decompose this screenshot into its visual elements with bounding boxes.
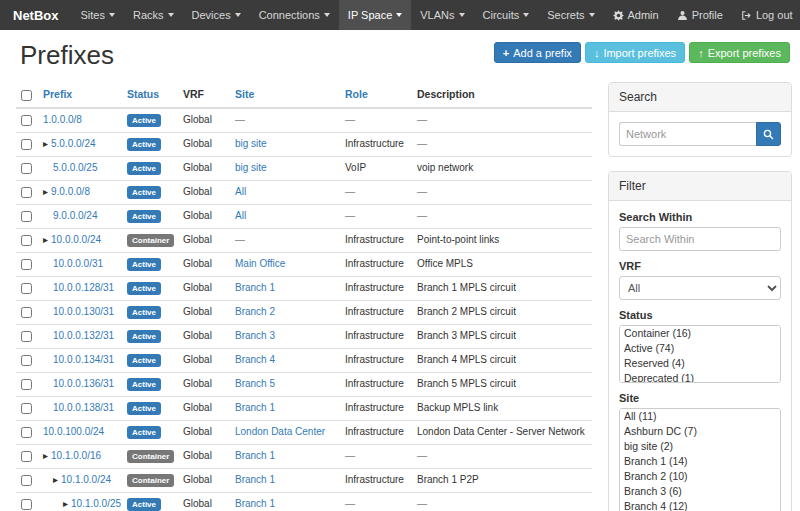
site-cell: Branch 4: [230, 348, 340, 372]
import-prefixes-label: Import prefixes: [603, 47, 676, 59]
row-checkbox[interactable]: [21, 475, 32, 486]
site-filter-option[interactable]: Branch 4 (12): [620, 499, 780, 511]
site-filter-option[interactable]: Branch 2 (10): [620, 469, 780, 484]
row-checkbox[interactable]: [21, 331, 32, 342]
prefix-link[interactable]: 10.1.0.0/25: [71, 498, 121, 509]
status-filter-option[interactable]: Deprecated (1): [620, 371, 780, 383]
sort-prefix-link[interactable]: Prefix: [43, 88, 72, 100]
prefix-link[interactable]: 10.0.0.0/24: [51, 234, 101, 245]
prefix-link[interactable]: 9.0.0.0/8: [51, 186, 90, 197]
nav-menu-item[interactable]: Connections: [250, 0, 339, 30]
row-checkbox[interactable]: [21, 187, 32, 198]
profile-link[interactable]: Profile: [668, 0, 732, 30]
prefix-link[interactable]: 1.0.0.0/8: [43, 114, 82, 125]
status-cell: Active: [122, 300, 178, 324]
row-checkbox[interactable]: [21, 379, 32, 390]
brand[interactable]: NetBox: [0, 0, 72, 30]
site-filter-option[interactable]: Branch 3 (6): [620, 484, 780, 499]
site-link[interactable]: Branch 1: [235, 282, 275, 293]
prefix-link[interactable]: 10.0.0.130/31: [53, 306, 114, 317]
nav-menu-item[interactable]: Secrets: [538, 0, 603, 30]
status-filter-listbox[interactable]: Container (16) Active (74) Reserved (4) …: [619, 325, 781, 383]
site-link[interactable]: Branch 1: [235, 450, 275, 461]
status-cell: Active: [122, 276, 178, 300]
nav-menu-item[interactable]: Circuits: [474, 0, 539, 30]
search-within-input[interactable]: [619, 227, 781, 251]
site-filter-option[interactable]: big site (2): [620, 439, 780, 454]
prefix-link[interactable]: 10.0.100.0/24: [43, 426, 104, 437]
prefix-link[interactable]: 10.0.0.138/31: [53, 402, 114, 413]
sort-status-link[interactable]: Status: [127, 88, 159, 100]
row-checkbox[interactable]: [21, 451, 32, 462]
nav-menu-item[interactable]: Racks: [124, 0, 183, 30]
site-link[interactable]: Branch 1: [235, 498, 275, 509]
export-prefixes-button[interactable]: Export prefixes: [689, 42, 790, 63]
prefix-link[interactable]: 10.1.0.0/24: [61, 474, 111, 485]
logout-label: Log out: [756, 9, 793, 21]
status-filter-option[interactable]: Reserved (4): [620, 356, 780, 371]
role-cell: —: [340, 492, 412, 511]
row-checkbox[interactable]: [21, 235, 32, 246]
nav-menu-item[interactable]: Sites: [72, 0, 124, 30]
site-link[interactable]: Main Office: [235, 258, 285, 269]
search-input[interactable]: [619, 122, 756, 146]
prefix-link[interactable]: 10.0.0.134/31: [53, 354, 114, 365]
site-link[interactable]: Branch 1: [235, 402, 275, 413]
row-checkbox[interactable]: [21, 355, 32, 366]
import-prefixes-button[interactable]: Import prefixes: [585, 42, 685, 63]
site-link[interactable]: —: [235, 234, 245, 245]
user-menu: Admin Profile Log out: [604, 0, 800, 30]
site-filter-option[interactable]: Ashburn DC (7): [620, 424, 780, 439]
row-checkbox[interactable]: [21, 427, 32, 438]
admin-link[interactable]: Admin: [604, 0, 668, 30]
site-filter-option[interactable]: All (11): [620, 409, 780, 424]
prefix-link[interactable]: 10.0.0.132/31: [53, 330, 114, 341]
site-link[interactable]: —: [235, 114, 245, 125]
site-link[interactable]: Branch 4: [235, 354, 275, 365]
site-link[interactable]: big site: [235, 138, 267, 149]
prefix-link[interactable]: 10.0.0.136/31: [53, 378, 114, 389]
prefix-link[interactable]: 10.0.0.0/31: [53, 258, 103, 269]
site-link[interactable]: big site: [235, 162, 267, 173]
status-filter-option[interactable]: Container (16): [620, 326, 780, 341]
row-checkbox[interactable]: [21, 403, 32, 414]
export-icon: [698, 47, 704, 59]
select-all-checkbox[interactable]: [21, 90, 32, 101]
site-link[interactable]: London Data Center: [235, 426, 325, 437]
row-checkbox[interactable]: [21, 163, 32, 174]
prefix-link[interactable]: 5.0.0.0/24: [51, 138, 95, 149]
status-filter-option[interactable]: Active (74): [620, 341, 780, 356]
nav-menu-item[interactable]: Devices: [183, 0, 250, 30]
row-checkbox[interactable]: [21, 499, 32, 510]
row-checkbox[interactable]: [21, 139, 32, 150]
site-link[interactable]: Branch 1: [235, 474, 275, 485]
column-header-vrf: VRF: [178, 82, 230, 108]
add-prefix-button[interactable]: Add a prefix: [494, 42, 581, 63]
sort-role-link[interactable]: Role: [345, 88, 368, 100]
site-filter-listbox[interactable]: All (11) Ashburn DC (7) big site (2) Bra…: [619, 408, 781, 511]
site-filter-option[interactable]: Branch 1 (14): [620, 454, 780, 469]
row-checkbox[interactable]: [21, 115, 32, 126]
status-cell: Active: [122, 204, 178, 228]
vrf-filter-select[interactable]: All: [619, 276, 781, 300]
row-checkbox[interactable]: [21, 211, 32, 222]
prefix-link[interactable]: 9.0.0.0/24: [53, 210, 97, 221]
site-link[interactable]: Branch 3: [235, 330, 275, 341]
row-checkbox-cell: [16, 228, 38, 252]
prefix-link[interactable]: 10.0.0.128/31: [53, 282, 114, 293]
site-link[interactable]: Branch 2: [235, 306, 275, 317]
nav-menu-item[interactable]: VLANs: [411, 0, 473, 30]
search-button[interactable]: [756, 122, 781, 146]
site-cell: —: [230, 228, 340, 252]
sort-site-link[interactable]: Site: [235, 88, 254, 100]
prefix-link[interactable]: 10.1.0.0/16: [51, 450, 101, 461]
site-link[interactable]: All: [235, 210, 246, 221]
prefix-link[interactable]: 5.0.0.0/25: [53, 162, 97, 173]
row-checkbox[interactable]: [21, 259, 32, 270]
row-checkbox[interactable]: [21, 283, 32, 294]
row-checkbox[interactable]: [21, 307, 32, 318]
site-link[interactable]: Branch 5: [235, 378, 275, 389]
site-link[interactable]: All: [235, 186, 246, 197]
logout-link[interactable]: Log out: [732, 0, 800, 30]
nav-menu-item[interactable]: IP Space: [339, 0, 411, 30]
